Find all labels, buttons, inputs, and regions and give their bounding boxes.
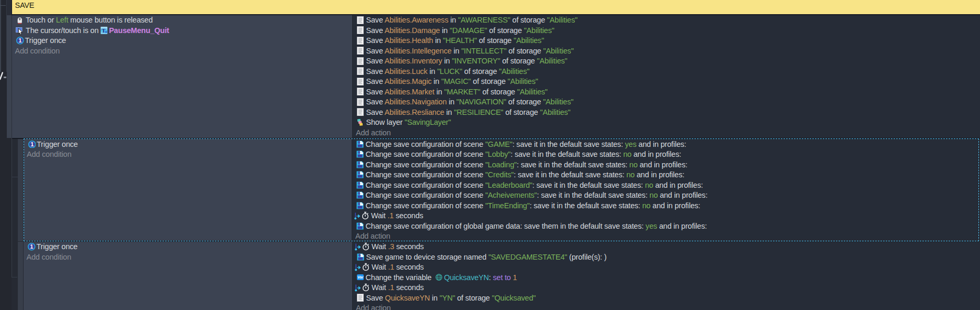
- svg-text:1: 1: [30, 141, 34, 147]
- svg-text:1: 1: [30, 243, 33, 250]
- svg-text:Var: Var: [357, 275, 363, 280]
- svg-text:1: 1: [18, 37, 21, 44]
